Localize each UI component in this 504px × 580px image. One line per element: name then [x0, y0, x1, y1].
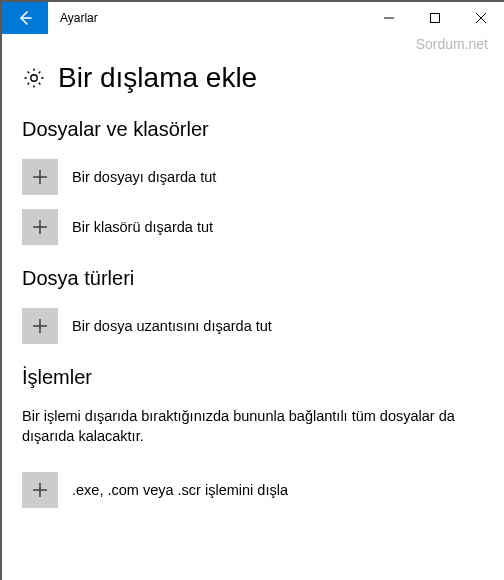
add-file-label: Bir dosyayı dışarda tut	[72, 169, 216, 185]
svg-rect-2	[431, 14, 440, 23]
add-folder-label: Bir klasörü dışarda tut	[72, 219, 213, 235]
section-files-folders: Dosyalar ve klasörler Bir dosyayı dışard…	[22, 118, 484, 245]
add-process-label: .exe, .com veya .scr işlemini dışla	[72, 482, 288, 498]
svg-point-5	[31, 75, 37, 81]
watermark: Sordum.net	[416, 36, 488, 52]
arrow-left-icon	[16, 9, 34, 27]
processes-description: Bir işlemi dışarıda bıraktığınızda bunun…	[22, 407, 484, 446]
plus-icon	[32, 169, 48, 185]
add-file-row[interactable]: Bir dosyayı dışarda tut	[22, 159, 484, 195]
window-title: Ayarlar	[48, 2, 366, 34]
section-title-file-types: Dosya türleri	[22, 267, 484, 290]
section-title-processes: İşlemler	[22, 366, 484, 389]
add-folder-row[interactable]: Bir klasörü dışarda tut	[22, 209, 484, 245]
close-icon	[476, 13, 486, 23]
plus-icon	[32, 482, 48, 498]
section-processes: İşlemler Bir işlemi dışarıda bıraktığını…	[22, 366, 484, 508]
section-file-types: Dosya türleri Bir dosya uzantısını dışar…	[22, 267, 484, 344]
content: Bir dışlama ekle Dosyalar ve klasörler B…	[2, 62, 504, 508]
back-button[interactable]	[2, 2, 48, 34]
close-button[interactable]	[458, 2, 504, 34]
maximize-button[interactable]	[412, 2, 458, 34]
page-title: Bir dışlama ekle	[58, 62, 257, 94]
add-folder-button[interactable]	[22, 209, 58, 245]
titlebar: Ayarlar	[2, 2, 504, 34]
plus-icon	[32, 219, 48, 235]
minimize-button[interactable]	[366, 2, 412, 34]
page-heading: Bir dışlama ekle	[22, 62, 484, 94]
add-extension-row[interactable]: Bir dosya uzantısını dışarda tut	[22, 308, 484, 344]
maximize-icon	[430, 13, 440, 23]
minimize-icon	[384, 13, 394, 23]
add-extension-label: Bir dosya uzantısını dışarda tut	[72, 318, 272, 334]
plus-icon	[32, 318, 48, 334]
add-file-button[interactable]	[22, 159, 58, 195]
section-title-files-folders: Dosyalar ve klasörler	[22, 118, 484, 141]
gear-icon	[22, 66, 46, 90]
add-process-row[interactable]: .exe, .com veya .scr işlemini dışla	[22, 472, 484, 508]
add-extension-button[interactable]	[22, 308, 58, 344]
add-process-button[interactable]	[22, 472, 58, 508]
window-controls	[366, 2, 504, 34]
